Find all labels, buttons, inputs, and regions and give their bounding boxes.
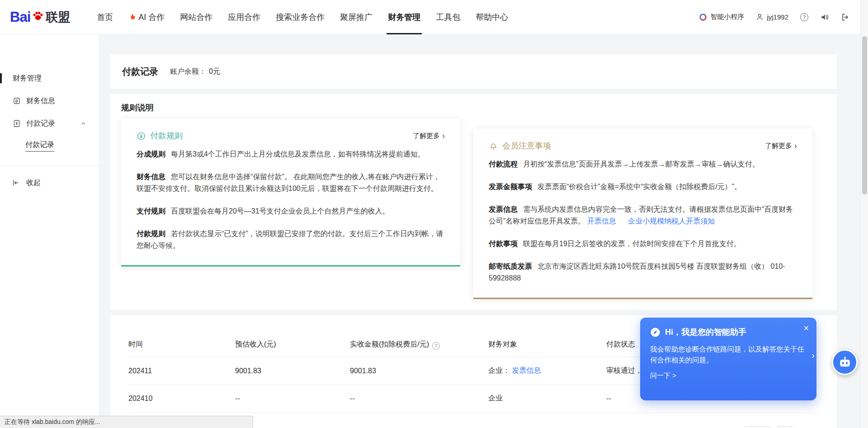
sidebar-payment-records-label: 付款记录 (26, 119, 55, 128)
status-text: 正在等待 xlab.baidu.com 的响应... (5, 418, 100, 426)
nav-item-ai-cooperation[interactable]: AI 合作 (121, 0, 172, 34)
cell-estimated: -- (235, 385, 350, 412)
vertical-scrollbar[interactable] (860, 0, 868, 428)
assistant-popup-header: Hi，我是您的智能助手 (650, 327, 807, 338)
sidebar-subitem-payment-records[interactable]: 付款记录 (0, 135, 99, 157)
per-page-select[interactable]: 30 (744, 426, 771, 428)
logo-union-text: 联盟 (46, 9, 70, 25)
nav-item-finance-management[interactable]: 财务管理 (380, 0, 428, 34)
nav-item-app-cooperation[interactable]: 应用合作 (220, 0, 268, 34)
column-help-icon[interactable]: ? (432, 342, 440, 350)
col-actual-amount: 实收金额(扣除税费后/元)? (350, 333, 488, 357)
sidebar-item-payment-records[interactable]: 付款记录 (0, 112, 99, 135)
sidebar-finance-info-label: 财务信息 (26, 96, 55, 106)
left-sidebar: 财务管理 财务信息 付款记录 付款记录 收起 (0, 34, 99, 428)
assistant-ask-link[interactable]: 问一下 > (650, 371, 807, 380)
assistant-popup-title: Hi，我是您的智能助手 (665, 327, 746, 338)
invoice-info-link[interactable]: 开票信息 (587, 217, 616, 225)
baidu-union-finance-page: { "icons": { "chevron_right": "›", "clos… (0, 0, 868, 428)
user-icon (756, 13, 764, 21)
sidebar-finance-management-label: 财务管理 (13, 74, 42, 83)
sidebar-subitem-label: 付款记录 (25, 140, 54, 152)
account-balance: 账户余额： 0元 (170, 67, 220, 76)
payment-rules-card: 付款规则 了解更多 › 分成规则每月第3或4个工作日产出上月分成信息及发票信息，… (121, 119, 460, 266)
rules-section-card: 规则说明 付款规则 了解更多 › 分成规则每月第3或4个工作日产出上月分成信息及 (110, 94, 837, 310)
rule-item: 分成规则每月第3或4个工作日产出上月分成信息及发票信息，如有特殊情况将提前通知。 (137, 148, 445, 160)
browser-status-bar: 正在等待 xlab.baidu.com 的响应... (0, 416, 253, 428)
col-estimated-income: 预估收入(元) (235, 333, 350, 357)
payment-rules-more-link[interactable]: 了解更多 › (413, 132, 445, 140)
top-navbar: Bai 联盟 首页 AI 合作 网站合作 应用合作 搜索业务合作 聚屏推广 财务… (0, 0, 868, 34)
member-notes-title: 会员注意事项 (502, 140, 551, 151)
cell-time: 202411 (128, 357, 235, 385)
baidu-union-logo[interactable]: Bai 联盟 (10, 9, 70, 25)
smart-mini-program-icon (699, 13, 707, 21)
rule-item: 财务信息您可以在财务信息中选择“保留付款”。 在此期间您产生的收入,将在账户内进… (137, 171, 445, 195)
sidebar-collapse-label: 收起 (26, 178, 41, 188)
cell-estimated: 9001.83 (235, 357, 350, 385)
rule-item: 付款事项联盟在每月19日之后签收的发票，付款时间安排在下个月首批支付。 (489, 238, 797, 250)
nav-item-screen-promotion[interactable]: 聚屏推广 (332, 0, 380, 34)
assistant-popup-body: 我会帮助您诊断合作链路问题，以及解答您关于任何合作相关的问题。 (650, 344, 807, 366)
logout-icon[interactable] (841, 13, 850, 22)
payment-rules-title: 付款规则 (150, 130, 183, 141)
chevron-right-icon: › (794, 142, 797, 150)
nav-item-help-center[interactable]: 帮助中心 (468, 0, 516, 34)
more-label: 了解更多 (413, 132, 440, 140)
member-notes-title-row: 会员注意事项 (489, 140, 551, 151)
page-header-card: 付款记录 账户余额： 0元 (110, 54, 837, 89)
nav-item-search-cooperation[interactable]: 搜索业务合作 (268, 0, 332, 34)
main-nav: 首页 AI 合作 网站合作 应用合作 搜索业务合作 聚屏推广 财务管理 工具包 … (89, 0, 516, 34)
per-page-control: 每页条数 30 (712, 426, 771, 428)
nav-item-website-cooperation[interactable]: 网站合作 (172, 0, 220, 34)
nav-item-home[interactable]: 首页 (89, 0, 121, 34)
chevron-right-icon: › (442, 132, 445, 140)
payment-rules-title-row: 付款规则 (137, 130, 183, 141)
nav-item-toolkit[interactable]: 工具包 (428, 0, 468, 34)
collapse-icon (12, 179, 20, 187)
logo-bai-text: Bai (10, 9, 30, 25)
col-time: 时间 (128, 333, 235, 357)
rule-item: 付款流程月初按“发票信息”页面开具发票→上传发票→邮寄发票→审核→确认支付。 (489, 158, 797, 170)
assistant-button[interactable] (832, 349, 858, 375)
small-taxpayer-invoice-guide-link[interactable]: 企业小规模纳税人开票须知 (628, 217, 715, 225)
rule-item: 付款规则若付款状态显示“已支付”，说明联盟已安排了您的付款。支付后三个工作日内到… (137, 228, 445, 252)
scrollbar-thumb[interactable] (862, 36, 867, 195)
sidebar-item-finance-management[interactable]: 财务管理 (0, 67, 99, 90)
chevron-up-icon (80, 120, 87, 127)
smart-mini-program-link[interactable]: 智能小程序 (699, 13, 744, 21)
sidebar-collapse-button[interactable]: 收起 (0, 171, 99, 194)
col-finance-target: 财务对象 (488, 333, 606, 357)
close-icon[interactable]: ✕ (803, 324, 809, 333)
navbar-right-area: 智能小程序 jyj1992 ? (699, 13, 850, 22)
invoice-info-cell-link[interactable]: 发票信息 (512, 366, 541, 374)
assistant-popup: Hi，我是您的智能助手 ✕ 我会帮助您诊断合作链路问题，以及解答您关于任何合作相… (640, 318, 816, 400)
sidebar-divider (0, 166, 99, 166)
member-notes-card: 会员注意事项 了解更多 › 付款流程月初按“发票信息”页面开具发票→上传发票→邮… (473, 128, 812, 299)
active-indicator-bar (0, 73, 2, 83)
balance-value: 0元 (209, 67, 220, 76)
rule-item: 发票信息需与系统内发票信息内容完全一致，否则无法支付。请根据发票信息页面中“百度… (489, 204, 797, 227)
rules-section-title: 规则说明 (121, 102, 826, 113)
assistant-robot-icon (838, 355, 852, 370)
popup-side-chevron-icon[interactable]: › (811, 350, 815, 361)
sound-icon[interactable] (820, 13, 829, 22)
payment-records-icon (13, 119, 21, 128)
flame-icon (128, 13, 136, 21)
finance-info-icon (13, 97, 21, 105)
compass-icon (650, 327, 660, 338)
member-notes-more-link[interactable]: 了解更多 › (765, 142, 797, 150)
cell-time: 202410 (128, 385, 235, 412)
rule-item: 发票金额事项发票票面“价税合计”金额=系统中“实收金额（扣除税费后/元）”。 (489, 181, 797, 193)
page-number-button[interactable]: 1 (778, 426, 792, 428)
help-icon[interactable]: ? (800, 13, 808, 21)
cell-actual: 9001.83 (350, 357, 488, 385)
paw-icon (32, 10, 44, 22)
payment-rules-icon (137, 131, 146, 141)
rule-item: 支付规则百度联盟会在每月20号—31号支付企业会员上个自然月产生的收入。 (137, 205, 445, 217)
cell-finance-target: 企业 (488, 385, 606, 412)
page-title: 付款记录 (122, 66, 158, 78)
user-account[interactable]: jyj1992 (756, 13, 788, 21)
sidebar-item-finance-info[interactable]: 财务信息 (0, 90, 99, 112)
rule-boxes: 付款规则 了解更多 › 分成规则每月第3或4个工作日产出上月分成信息及发票信息，… (121, 119, 826, 299)
